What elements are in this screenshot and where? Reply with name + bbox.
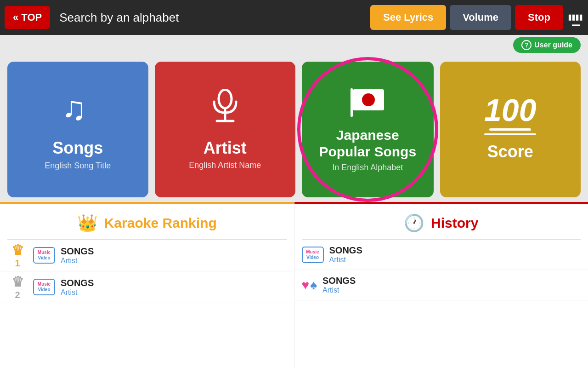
- microphone-icon: [209, 89, 242, 132]
- history-song-info-1: SONGS Artist: [329, 245, 581, 264]
- svg-text:♫: ♫: [62, 90, 86, 125]
- clock-icon: 🕐: [404, 213, 424, 233]
- music-video-badge-2: Music Video: [33, 279, 55, 295]
- stop-button[interactable]: Stop: [515, 5, 563, 30]
- header-actions: See Lyrics Volume Stop ▋▋▋▋ ▬▬: [370, 5, 583, 30]
- artist-tile[interactable]: Artist English Artist Name: [155, 62, 296, 197]
- songs-tile-title: Songs: [52, 138, 103, 158]
- japanese-tile-subtitle: In English Alphabet: [332, 163, 403, 172]
- japan-flag-icon: [347, 86, 388, 121]
- svg-point-1: [219, 90, 232, 108]
- music-video-badge-1: Music Video: [33, 247, 55, 264]
- rank-1-badge: ♛ 1: [7, 245, 28, 265]
- see-lyrics-button[interactable]: See Lyrics: [370, 5, 446, 30]
- categories: ♫ Songs English Song Title Artist Englis…: [0, 55, 588, 202]
- music-note-icon: ♫: [59, 88, 96, 132]
- history-artist-2: Artist: [322, 286, 581, 294]
- score-tile-title: Score: [487, 142, 533, 161]
- rank-2-badge: ♛ 2: [7, 277, 28, 297]
- ranking-song-1: SONGS: [61, 246, 287, 257]
- history-artist-1: Artist: [329, 256, 581, 264]
- search-label: Search by an alphabet: [55, 11, 366, 25]
- user-guide-button[interactable]: ? User guide: [513, 37, 581, 53]
- ranking-item-2[interactable]: ♛ 2 Music Video SONGS Artist: [0, 271, 294, 303]
- ranking-title: Karaoke Ranking: [104, 215, 217, 231]
- songs-tile[interactable]: ♫ Songs English Song Title: [7, 62, 148, 197]
- svg-point-6: [362, 93, 375, 106]
- score-100-icon: 100: [484, 94, 536, 135]
- question-icon: ?: [521, 40, 531, 50]
- top-button[interactable]: « TOP: [5, 6, 50, 29]
- silver-crown-icon: ♛ 2: [11, 274, 24, 300]
- history-item-2[interactable]: ♥ ♠ SONGS Artist: [294, 270, 588, 300]
- history-panel: 🕐 History Music Video SONGS Artist ♥ ♠ S…: [294, 202, 588, 368]
- history-song-1: SONGS: [329, 245, 581, 256]
- volume-button[interactable]: Volume: [450, 5, 511, 30]
- history-song-info-2: SONGS Artist: [322, 276, 581, 294]
- history-header: 🕐 History: [294, 204, 588, 239]
- ranking-song-2: SONGS: [61, 278, 287, 288]
- gold-crown-icon: ♛ 1: [11, 242, 24, 269]
- history-song-2: SONGS: [322, 276, 581, 286]
- crown-icon: 👑: [77, 213, 98, 233]
- songs-tile-subtitle: English Song Title: [45, 161, 111, 171]
- bottom-panels: 👑 Karaoke Ranking ♛ 1 Music Video SONGS …: [0, 202, 588, 368]
- score-tile[interactable]: 100 Score: [440, 62, 581, 197]
- artist-tile-subtitle: English Artist Name: [189, 161, 261, 170]
- ranking-header: 👑 Karaoke Ranking: [0, 204, 294, 239]
- history-mv-badge-1: Music Video: [302, 247, 324, 263]
- subheader: ? User guide: [0, 35, 588, 55]
- svg-rect-4: [351, 88, 353, 117]
- ranking-song-info-1: SONGS Artist: [61, 246, 287, 265]
- header: « TOP Search by an alphabet See Lyrics V…: [0, 0, 588, 35]
- ranking-artist-2: Artist: [61, 288, 287, 297]
- japanese-tile-wrapper: JapanesePopular Songs In English Alphabe…: [302, 62, 434, 197]
- history-title: History: [431, 215, 478, 231]
- japanese-tile-title: JapanesePopular Songs: [319, 127, 416, 160]
- signal-icon: ▋▋▋▋ ▬▬: [569, 8, 583, 27]
- ranking-artist-1: Artist: [61, 257, 287, 265]
- ranking-panel: 👑 Karaoke Ranking ♛ 1 Music Video SONGS …: [0, 202, 294, 368]
- japanese-tile[interactable]: JapanesePopular Songs In English Alphabe…: [302, 62, 434, 197]
- artist-tile-title: Artist: [204, 138, 247, 158]
- ranking-song-info-2: SONGS Artist: [61, 278, 287, 297]
- ranking-item-1[interactable]: ♛ 1 Music Video SONGS Artist: [0, 240, 294, 271]
- history-item-1[interactable]: Music Video SONGS Artist: [294, 240, 588, 270]
- hearts-icon: ♥ ♠: [302, 278, 317, 293]
